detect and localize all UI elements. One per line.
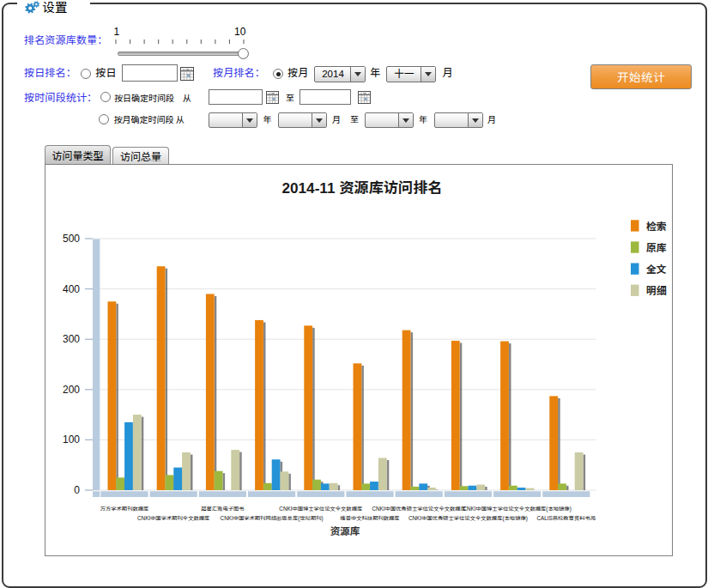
svg-text:检索: 检索 xyxy=(646,218,667,233)
svg-text:200: 200 xyxy=(63,384,80,396)
svg-text:资源库: 资源库 xyxy=(330,524,360,537)
svg-text:CALIS高校教育资料书苑: CALIS高校教育资料书苑 xyxy=(537,515,596,521)
svg-text:500: 500 xyxy=(63,233,80,245)
svg-text:400: 400 xyxy=(63,283,80,295)
svg-text:2014-11 资源库访问排名: 2014-11 资源库访问排名 xyxy=(281,179,442,197)
svg-text:0: 0 xyxy=(74,484,80,496)
svg-text:原库: 原库 xyxy=(646,239,667,254)
svg-text:CNKI中国博士学位论文全文数据库(本地镜像): CNKI中国博士学位论文全文数据库(本地镜像) xyxy=(463,506,571,512)
svg-text:万方学术期刊数据库: 万方学术期刊数据库 xyxy=(100,506,149,512)
svg-text:CNKI中国博士学位论文全文数据库: CNKI中国博士学位论文全文数据库 xyxy=(279,506,362,512)
svg-text:CNKI中国优秀硕士学位论文全文数据库: CNKI中国优秀硕士学位论文全文数据库 xyxy=(372,506,466,512)
svg-text:明细: 明细 xyxy=(646,282,667,297)
svg-text:全文: 全文 xyxy=(646,261,667,276)
svg-text:超星汇雅电子图书: 超星汇雅电子图书 xyxy=(201,506,244,512)
svg-text:CNKI中国学术期刊全文数据库: CNKI中国学术期刊全文数据库 xyxy=(137,515,209,521)
svg-text:100: 100 xyxy=(63,433,80,446)
svg-text:CNKI中国优秀硕士学位论文全文数据库(本地镜像): CNKI中国优秀硕士学位论文全文数据库(本地镜像) xyxy=(408,515,528,522)
svg-text:300: 300 xyxy=(63,333,80,345)
svg-text:维普中文科技期刊数据库: 维普中文科技期刊数据库 xyxy=(340,515,399,521)
svg-text:CNKI中国学术期刊网络出版总库(世纪期刊): CNKI中国学术期刊网络出版总库(世纪期刊) xyxy=(221,515,324,522)
